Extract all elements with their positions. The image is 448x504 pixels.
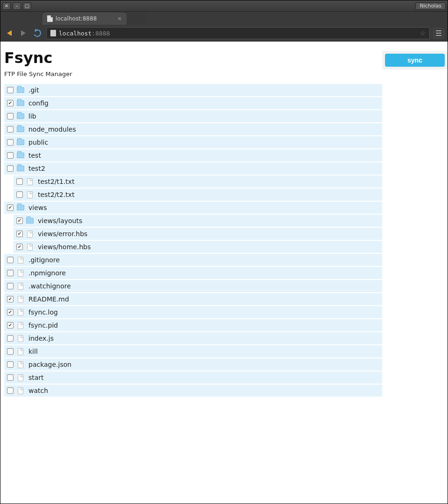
tree-row-label: package.json	[28, 361, 71, 368]
tree-row-label: test2	[28, 165, 45, 172]
tree-row-label: .git	[28, 86, 39, 94]
tree-row[interactable]: node_modules	[4, 123, 382, 136]
tree-row[interactable]: fsync.log	[4, 306, 382, 319]
tree-row[interactable]: fsync.pid	[4, 319, 382, 332]
file-icon	[18, 361, 23, 368]
reload-button[interactable]	[32, 28, 42, 38]
address-bar[interactable]: localhost:8888 ☆	[46, 27, 430, 39]
checkbox[interactable]	[16, 244, 23, 250]
checkbox[interactable]	[7, 322, 14, 329]
tree-row-label: README.md	[28, 295, 69, 303]
checkbox[interactable]	[7, 283, 14, 289]
reload-icon	[33, 28, 42, 38]
folder-icon	[26, 218, 34, 224]
tree-row[interactable]: test2	[4, 162, 382, 175]
checkbox[interactable]	[16, 191, 23, 198]
checkbox[interactable]	[7, 152, 14, 159]
file-icon	[18, 283, 23, 290]
folder-icon	[17, 87, 24, 93]
checkbox[interactable]	[7, 335, 14, 342]
browser-menu-button[interactable]	[434, 28, 444, 38]
tree-row[interactable]: kill	[4, 345, 382, 358]
tree-row-label: .watchignore	[28, 282, 71, 290]
os-window: ✕ – ▢ Nicholas localhost:8888 ✕ localhos…	[0, 0, 448, 504]
checkbox[interactable]	[16, 231, 23, 237]
file-icon	[27, 191, 33, 198]
checkbox[interactable]	[7, 139, 14, 146]
checkbox[interactable]	[7, 113, 14, 119]
tree-row[interactable]: .gitignore	[4, 254, 382, 267]
checkbox[interactable]	[7, 348, 14, 355]
file-icon	[18, 387, 23, 394]
tree-row[interactable]: .git	[4, 84, 382, 97]
file-icon	[18, 257, 23, 264]
url-text: localhost:8888	[59, 28, 110, 37]
tree-row-label: fsync.pid	[28, 322, 58, 329]
window-close-button[interactable]: ✕	[2, 2, 11, 10]
tree-row[interactable]: public	[4, 136, 382, 149]
folder-icon	[17, 140, 24, 145]
tree-row[interactable]: views	[4, 202, 382, 215]
browser-tab-active[interactable]: localhost:8888 ✕	[42, 13, 126, 25]
tree-row-label: node_modules	[28, 126, 76, 133]
arrow-right-icon	[21, 30, 26, 36]
tree-row[interactable]: test2/t2.txt	[14, 189, 382, 202]
tree-row-label: views/error.hbs	[37, 230, 87, 238]
checkbox[interactable]	[16, 217, 23, 224]
page-icon	[50, 30, 56, 36]
bookmark-star-icon[interactable]: ☆	[420, 29, 426, 37]
file-icon	[18, 296, 23, 303]
tree-row[interactable]: test2/t1.txt	[14, 175, 382, 189]
tab-close-icon[interactable]: ✕	[118, 16, 122, 22]
window-minimize-button[interactable]: –	[13, 2, 21, 10]
tree-row-label: watch	[28, 387, 48, 394]
tree-row[interactable]: index.js	[4, 332, 382, 345]
tab-title: localhost:8888	[56, 15, 97, 22]
tree-row[interactable]: watch	[4, 385, 382, 398]
tree-row[interactable]: lib	[4, 110, 382, 123]
folder-icon	[17, 166, 24, 171]
sync-button[interactable]: sync	[385, 54, 445, 67]
checkbox[interactable]	[7, 87, 14, 93]
window-maximize-button[interactable]: ▢	[23, 2, 31, 10]
tree-row[interactable]: package.json	[4, 358, 382, 371]
tree-row[interactable]: test	[4, 149, 382, 162]
checkbox[interactable]	[7, 387, 14, 394]
new-tab-button[interactable]	[127, 13, 146, 25]
forward-button[interactable]	[18, 28, 28, 38]
tree-row-label: lib	[28, 112, 36, 120]
folder-icon	[17, 205, 24, 210]
tree-row[interactable]: start	[4, 371, 382, 385]
tree-row[interactable]: .watchignore	[4, 280, 382, 293]
tree-row[interactable]: views/home.hbs	[14, 241, 382, 254]
checkbox[interactable]	[7, 296, 14, 302]
checkbox[interactable]	[16, 178, 23, 185]
sync-panel: sync	[382, 51, 448, 70]
tree-row[interactable]: views/layouts	[14, 215, 382, 228]
tree-row-label: .npmignore	[28, 269, 66, 277]
tree-row-label: config	[28, 99, 49, 107]
checkbox[interactable]	[7, 361, 14, 368]
folder-icon	[17, 100, 24, 106]
tree-row[interactable]: .npmignore	[4, 267, 382, 280]
checkbox[interactable]	[7, 100, 14, 106]
checkbox[interactable]	[7, 165, 14, 172]
tree-row[interactable]: views/error.hbs	[14, 228, 382, 241]
checkbox[interactable]	[7, 309, 14, 315]
back-button[interactable]	[4, 28, 14, 38]
tree-row-label: views/home.hbs	[37, 243, 91, 251]
file-icon	[18, 374, 23, 381]
checkbox[interactable]	[7, 126, 14, 133]
tree-row-label: public	[28, 139, 48, 146]
page-title: Fsync	[4, 49, 382, 67]
checkbox[interactable]	[7, 204, 14, 211]
checkbox[interactable]	[7, 374, 14, 381]
checkbox[interactable]	[7, 257, 14, 263]
file-icon	[27, 178, 33, 185]
checkbox[interactable]	[7, 270, 14, 276]
folder-icon	[17, 153, 24, 158]
tree-row-label: test	[28, 152, 41, 159]
tree-row[interactable]: config	[4, 97, 382, 110]
session-user-label[interactable]: Nicholas	[415, 2, 446, 10]
tree-row[interactable]: README.md	[4, 293, 382, 306]
